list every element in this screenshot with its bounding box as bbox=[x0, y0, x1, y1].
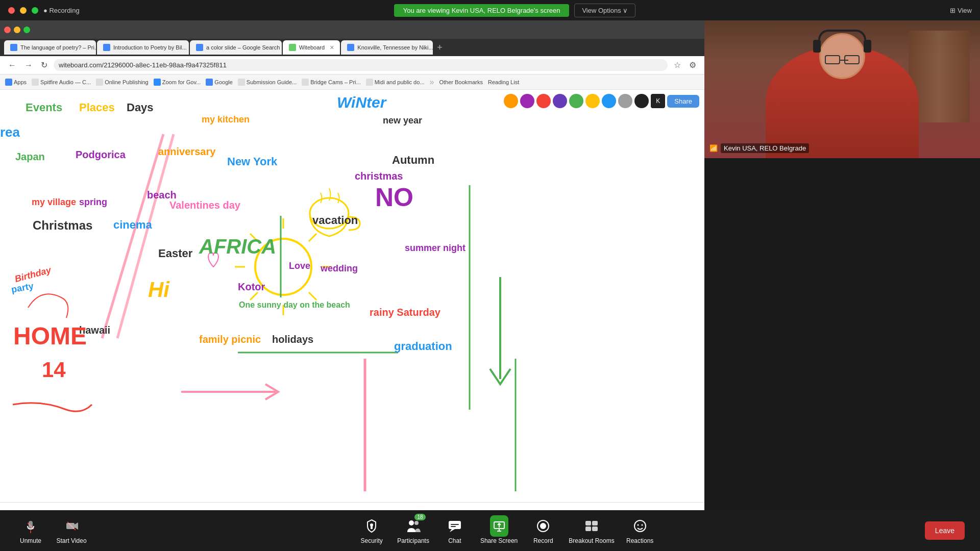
browser-tab-2[interactable]: Introduction to Poetry by Bil... × bbox=[97, 40, 189, 55]
color-btn-red[interactable] bbox=[536, 94, 551, 108]
wb-word-holidays: holidays bbox=[272, 334, 313, 345]
browser-tab-1[interactable]: The language of poetry? – Pri... × bbox=[4, 40, 96, 55]
bookmark-other[interactable]: Other Bookmarks bbox=[439, 79, 483, 85]
video-signal-bars: 📶 bbox=[709, 144, 718, 152]
more-bookmarks[interactable]: » bbox=[430, 78, 434, 87]
bookmark-star[interactable]: ☆ bbox=[672, 59, 683, 71]
zoom-controls-left: Unmute Start Video bbox=[15, 517, 87, 544]
color-btn-blue[interactable] bbox=[602, 94, 616, 108]
bookmark-submission[interactable]: Submission Guide... bbox=[238, 79, 297, 86]
tab-close-4[interactable]: × bbox=[330, 43, 334, 52]
wb-word-autumn: Autumn bbox=[392, 154, 434, 167]
browser-tl-green[interactable] bbox=[23, 27, 30, 33]
browser-tab-3[interactable]: a color slide – Google Search × bbox=[190, 40, 282, 55]
color-btn-violet[interactable] bbox=[553, 94, 567, 108]
bookmark-bridge-label: Bridge Cams – Pri... bbox=[310, 79, 360, 85]
browser-titlebar bbox=[0, 20, 704, 39]
share-screen-icon bbox=[490, 517, 508, 535]
traffic-light-red[interactable] bbox=[8, 7, 15, 14]
settings-button[interactable]: ⚙ bbox=[687, 59, 698, 71]
wb-word-family-picnic: family picnic bbox=[199, 334, 261, 345]
bookmark-reading[interactable]: Reading List bbox=[488, 79, 519, 85]
color-btn-yellow[interactable] bbox=[585, 94, 600, 108]
leave-button[interactable]: Leave bbox=[925, 521, 965, 540]
video-person-head bbox=[819, 33, 865, 79]
color-btn-grey[interactable] bbox=[618, 94, 632, 108]
svg-point-44 bbox=[637, 524, 639, 526]
wb-word-africa: AFRICA bbox=[199, 235, 276, 258]
whiteboard-area[interactable]: Events Places Days rea WiNter my kitchen… bbox=[0, 90, 704, 531]
svg-point-27 bbox=[409, 520, 414, 525]
zoom-topbar-right: ⊞ View bbox=[950, 7, 972, 14]
wb-word-anniversary: anniversary bbox=[158, 146, 215, 158]
bookmark-google[interactable]: Google bbox=[206, 79, 232, 86]
svg-line-8 bbox=[309, 234, 316, 241]
color-btn-black[interactable] bbox=[634, 94, 649, 108]
share-screen-button[interactable]: Share Screen bbox=[480, 517, 518, 544]
browser-tl-red[interactable] bbox=[4, 27, 11, 33]
forward-button[interactable]: → bbox=[22, 60, 35, 71]
video-panel: 📶 Kevin USA, RELO Belgrade bbox=[704, 20, 980, 158]
bookmark-submission-label: Submission Guide... bbox=[247, 79, 297, 85]
svg-rect-41 bbox=[585, 527, 591, 531]
color-btn-green[interactable] bbox=[569, 94, 583, 108]
security-button[interactable]: Security bbox=[356, 517, 387, 544]
record-icon bbox=[534, 517, 552, 535]
browser-window: The language of poetry? – Pri... × Intro… bbox=[0, 20, 704, 531]
refresh-button[interactable]: ↻ bbox=[39, 59, 50, 71]
breakout-rooms-icon bbox=[582, 517, 601, 535]
participants-button[interactable]: 18 Participants bbox=[397, 517, 429, 544]
svg-rect-26 bbox=[371, 526, 373, 529]
svg-rect-23 bbox=[66, 523, 75, 529]
bookmark-zoom[interactable]: Zoom for Gov... bbox=[154, 79, 201, 86]
wb-word-birthday: Birthday bbox=[14, 265, 53, 285]
participants-icon: 18 bbox=[404, 517, 423, 535]
wb-word-party: party bbox=[11, 281, 35, 295]
bookmark-midi[interactable]: Midi and public do... bbox=[366, 79, 425, 86]
wb-share-button[interactable]: Share bbox=[667, 95, 699, 108]
wb-word-rea: rea bbox=[0, 124, 20, 140]
unmute-icon bbox=[21, 517, 40, 535]
chat-button[interactable]: Chat bbox=[439, 517, 470, 544]
wb-word-wedding: wedding bbox=[321, 263, 358, 274]
wb-word-japan: Japan bbox=[15, 151, 45, 163]
wb-word-cinema: cinema bbox=[113, 218, 152, 232]
breakout-rooms-button[interactable]: Breakout Rooms bbox=[569, 517, 614, 544]
browser-tab-5[interactable]: Knoxville, Tennessee by Niki... × bbox=[341, 40, 433, 55]
bookmark-online-pub[interactable]: Online Publishing bbox=[96, 79, 149, 86]
browser-addressbar: ← → ↻ witeboard.com/21296000-a8ec-11eb-9… bbox=[0, 56, 704, 74]
back-button[interactable]: ← bbox=[6, 60, 18, 71]
record-button[interactable]: Record bbox=[528, 517, 558, 544]
apps-icon bbox=[5, 79, 12, 86]
browser-tab-4[interactable]: Witeboard × bbox=[283, 40, 340, 55]
wb-k-button[interactable]: K bbox=[651, 94, 665, 108]
tab-label-3: a color slide – Google Search bbox=[206, 44, 280, 51]
bookmark-reading-label: Reading List bbox=[488, 79, 519, 85]
wb-word-vacation: vacation bbox=[312, 214, 358, 227]
color-btn-orange[interactable] bbox=[504, 94, 518, 108]
svg-point-43 bbox=[634, 520, 646, 532]
video-content: 📶 Kevin USA, RELO Belgrade bbox=[704, 20, 980, 158]
new-tab-button[interactable]: + bbox=[437, 42, 443, 53]
unmute-button[interactable]: Unmute bbox=[15, 517, 46, 544]
wb-word-valentines-day: Valentines day bbox=[169, 199, 240, 211]
view-options-button[interactable]: View Options ∨ bbox=[574, 4, 635, 17]
svg-line-9 bbox=[250, 292, 258, 300]
reactions-label: Reactions bbox=[626, 537, 653, 544]
color-btn-purple[interactable] bbox=[520, 94, 534, 108]
spitfire-icon bbox=[32, 79, 39, 86]
wb-word-rainy-saturday: rainy Saturday bbox=[370, 307, 440, 318]
traffic-light-green[interactable] bbox=[32, 7, 38, 14]
reactions-button[interactable]: Reactions bbox=[625, 517, 655, 544]
address-bar[interactable]: witeboard.com/21296000-a8ec-11eb-98aa-f9… bbox=[54, 59, 668, 71]
bookmark-bar: Apps Spitfire Audio — C... Online Publis… bbox=[0, 74, 704, 90]
start-video-icon bbox=[62, 517, 81, 535]
start-video-button[interactable]: Start Video bbox=[56, 517, 87, 544]
glasses-left bbox=[825, 55, 840, 64]
bridge-icon bbox=[302, 79, 309, 86]
bookmark-bridge[interactable]: Bridge Cams – Pri... bbox=[302, 79, 360, 86]
traffic-light-yellow[interactable] bbox=[20, 7, 27, 14]
browser-tl-yellow[interactable] bbox=[14, 27, 20, 33]
bookmark-apps[interactable]: Apps bbox=[5, 79, 27, 86]
bookmark-spitfire[interactable]: Spitfire Audio — C... bbox=[32, 79, 91, 86]
